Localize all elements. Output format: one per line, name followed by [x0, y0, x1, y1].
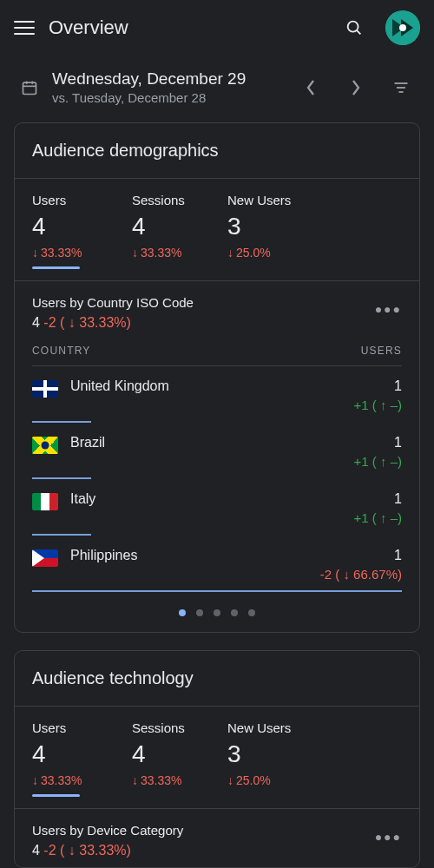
- flag-icon: [32, 380, 58, 398]
- active-metric-indicator: [32, 794, 80, 797]
- metric-sessions[interactable]: Sessions 4 33.33%: [132, 193, 227, 270]
- prev-day-button[interactable]: [295, 72, 326, 103]
- pager-dot[interactable]: [179, 609, 186, 616]
- arrow-down-icon: [32, 246, 38, 260]
- pager-dot[interactable]: [231, 609, 238, 616]
- arrow-down-icon: [132, 773, 138, 787]
- card-audience-demographics: Audience demographics Users 4 33.33% Ses…: [14, 122, 420, 633]
- more-options-icon[interactable]: ●●●: [375, 830, 402, 844]
- arrow-down-icon: [69, 315, 76, 330]
- page-indicator[interactable]: [15, 592, 419, 632]
- flag-icon: [32, 549, 58, 567]
- table-row[interactable]: Brazil 1 +1 ( ↑ –): [15, 423, 419, 472]
- metric-sessions[interactable]: Sessions 4 33.33%: [132, 720, 227, 798]
- date-primary: Wednesday, December 29: [52, 69, 281, 89]
- card-audience-technology: Audience technology Users 4 33.33% Sessi…: [14, 650, 420, 868]
- svg-point-3: [399, 24, 406, 31]
- metrics-row: Users 4 33.33% Sessions 4 33.33% New Use…: [15, 707, 419, 809]
- table-row[interactable]: Italy 1 +1 ( ↑ –): [15, 479, 419, 529]
- arrow-down-icon: [32, 773, 38, 787]
- pager-dot[interactable]: [248, 609, 255, 616]
- card-title: Audience technology: [15, 651, 419, 707]
- table-row[interactable]: Philippines 1 -2 ( ↓ 66.67%): [15, 536, 419, 585]
- table-row[interactable]: United Kingdom 1 +1 ( ↑ –): [15, 366, 419, 416]
- flag-icon: [32, 437, 58, 454]
- date-range-button[interactable]: Wednesday, December 29 vs. Tuesday, Dece…: [52, 69, 281, 105]
- next-day-button[interactable]: [340, 72, 372, 103]
- date-compare: vs. Tuesday, December 28: [52, 90, 281, 105]
- page-title: Overview: [49, 16, 323, 39]
- arrow-down-icon: [69, 843, 76, 858]
- arrow-down-icon: [227, 246, 233, 260]
- card-title: Audience demographics: [15, 123, 419, 179]
- metrics-row: Users 4 33.33% Sessions 4 33.33% New Use…: [15, 179, 419, 281]
- flag-icon: [32, 493, 58, 510]
- metric-new-users[interactable]: New Users 3 25.0%: [227, 193, 402, 270]
- svg-point-0: [348, 22, 358, 32]
- metric-new-users[interactable]: New Users 3 25.0%: [227, 720, 402, 798]
- table-header: COUNTRY USERS: [15, 339, 419, 365]
- arrow-down-icon: [227, 773, 233, 787]
- filter-icon[interactable]: [385, 72, 417, 103]
- calendar-icon: [21, 79, 38, 96]
- dimension-header: Users by Device Category 4 -2 ( 33.33%) …: [15, 809, 419, 867]
- svg-line-1: [357, 30, 360, 34]
- svg-rect-4: [23, 82, 36, 94]
- arrow-down-icon: [132, 246, 138, 260]
- dimension-header: Users by Country ISO Code 4 -2 ( 33.33%)…: [15, 281, 419, 339]
- avatar[interactable]: [385, 10, 420, 45]
- pager-dot[interactable]: [214, 609, 220, 616]
- active-metric-indicator: [32, 266, 80, 269]
- metric-users[interactable]: Users 4 33.33%: [32, 720, 132, 798]
- date-range-bar: Wednesday, December 29 vs. Tuesday, Dece…: [0, 56, 434, 122]
- more-options-icon[interactable]: ●●●: [375, 302, 402, 316]
- pager-dot[interactable]: [196, 609, 203, 616]
- search-icon[interactable]: [337, 10, 372, 45]
- top-app-bar: Overview: [0, 0, 434, 56]
- menu-icon[interactable]: [14, 17, 35, 38]
- metric-users[interactable]: Users 4 33.33%: [32, 193, 132, 270]
